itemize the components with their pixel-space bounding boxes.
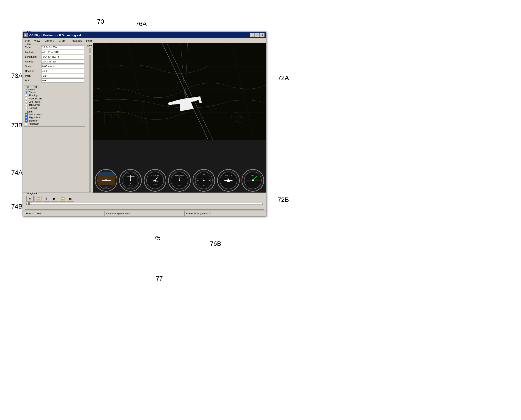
title-bar: ■ GS Flight Evaluator - ILS Landing.avf … — [23, 32, 266, 38]
info-row-speed: Speed: 0.00 knots — [25, 64, 84, 68]
playback-slider[interactable] — [26, 203, 263, 205]
svg-text:VERT SPEED: VERT SPEED — [175, 175, 184, 176]
label-time: Time: — [25, 46, 41, 49]
vsi: VERT SPEED FPM — [168, 169, 191, 192]
annotation-74A: 74A — [11, 169, 23, 176]
status-speed-text: Playback Speed: x0.00 — [106, 212, 131, 215]
check-approach-label: Approach — [29, 122, 39, 125]
svg-text:S: S — [203, 184, 204, 187]
zoom-slider-track[interactable] — [89, 48, 91, 192]
radio-left-profile-input[interactable] — [25, 100, 28, 103]
annotation-77: 77 — [156, 275, 163, 282]
info-group: Info Time: 23:54:01.750 Latitude: 46° 50… — [24, 44, 85, 84]
window-title: GS Flight Evaluator - ILS Landing.avf — [29, 34, 81, 37]
radio-floating: Floating — [25, 94, 84, 97]
info-row-alt: Altitude: 2043.31 feet — [25, 60, 84, 64]
label-lat: Latitude: — [25, 51, 41, 53]
check-flightpath-input[interactable] — [25, 116, 28, 119]
radio-right-profile-label: Right Profile — [29, 97, 42, 100]
playback-group: Playback ⏮ ⏪ ⏸ ▶ ⏩ ⏭ — [25, 194, 264, 210]
items-group-label: Items — [26, 110, 33, 113]
skip-start-button[interactable]: ⏮ — [26, 196, 34, 202]
attitude-indicator: AI — [95, 169, 117, 192]
radio-right-profile: Right Profile — [25, 97, 84, 100]
check-satellite-input[interactable] — [25, 119, 28, 122]
info-row-lon: Longitude: -96° 49' 41.874" — [25, 55, 84, 59]
check-instruments-input[interactable] — [25, 113, 28, 116]
svg-point-64 — [252, 180, 254, 181]
main-window: ■ GS Flight Evaluator - ILS Landing.avf … — [23, 31, 266, 217]
info-row-lat: Latitude: 46° 50' 57.081" — [25, 50, 84, 54]
value-roll: 0.0° — [41, 78, 84, 82]
menu-bar: File View Camera Graph Playback Help — [23, 38, 266, 43]
annotation-76A: 76A — [135, 20, 147, 28]
check-flightpath: Flight Path — [25, 116, 84, 119]
content-wrapper: Info Time: 23:54:01.750 Latitude: 46° 50… — [23, 43, 266, 210]
playback-area: Playback ⏮ ⏪ ⏸ ▶ ⏩ ⏭ — [23, 193, 266, 210]
check-instruments: Instruments — [25, 113, 84, 116]
annotation-73A: 73A — [11, 72, 23, 79]
close-button[interactable]: X — [260, 33, 264, 37]
fast-forward-button[interactable]: ⏩ — [59, 196, 66, 202]
zoom-slider-thumb[interactable] — [88, 53, 91, 55]
menu-camera[interactable]: Camera — [43, 39, 55, 43]
title-bar-buttons: _ □ X — [250, 33, 264, 37]
annotation-76B: 76B — [210, 240, 221, 247]
playback-slider-thumb[interactable] — [28, 202, 30, 205]
zoom-label: Zoom — [86, 44, 93, 47]
radio-floating-input[interactable] — [25, 94, 28, 97]
radio-top-down-input[interactable] — [25, 104, 28, 106]
svg-point-39 — [154, 180, 156, 181]
radio-cockpit-input[interactable] — [25, 107, 28, 109]
play-button[interactable]: ▶ — [51, 196, 58, 202]
info-row-time: Time: 23:54:01.750 — [25, 45, 84, 49]
zoom-area: Zoom — [86, 43, 93, 193]
status-time-text: Time: 00:00.00 — [26, 212, 42, 215]
right-panel: Zoom — [86, 43, 266, 193]
annotation-70: 70 — [97, 18, 104, 25]
value-pitch: -0.5° — [41, 74, 84, 78]
check-satellite-label: Satellite — [29, 119, 38, 122]
svg-text:FEET: FEET — [153, 184, 157, 185]
radio-cockpit-label: Cockpit — [29, 107, 37, 109]
radio-chase-input[interactable] — [25, 91, 28, 94]
menu-view[interactable]: View — [33, 39, 41, 43]
svg-text:FPM: FPM — [178, 185, 181, 186]
svg-text:E: E — [209, 180, 210, 182]
value-lat: 46° 50' 57.081" — [41, 50, 84, 54]
label-alt: Altitude: — [25, 60, 41, 63]
check-flightpath-label: Flight Path — [29, 116, 41, 119]
svg-point-43 — [179, 180, 180, 181]
main-content: Info Time: 23:54:01.750 Latitude: 46° 50… — [23, 43, 266, 193]
check-satellite: Satellite — [25, 119, 84, 122]
svg-text:0: 0 — [130, 181, 131, 184]
check-approach-input[interactable] — [25, 122, 28, 125]
label-lon: Longitude: — [25, 55, 41, 58]
menu-help[interactable]: Help — [85, 39, 93, 43]
playback-group-label: Playback — [27, 192, 38, 195]
svg-text:KNOTS: KNOTS — [128, 185, 133, 186]
turn-coordinator: TURN COORD — [217, 169, 240, 192]
skip-end-button[interactable]: ⏭ — [67, 196, 74, 202]
pause-button[interactable]: ⏸ — [43, 196, 50, 202]
menu-graph[interactable]: Graph — [57, 39, 68, 43]
radio-right-profile-input[interactable] — [25, 97, 28, 100]
annotation-72A: 72A — [278, 75, 289, 82]
check-approach: Approach — [25, 122, 84, 125]
annotation-73B: 73B — [11, 122, 23, 129]
radio-chase-label: Chase — [29, 91, 36, 94]
radio-left-profile: Left Profile — [25, 100, 84, 103]
minimize-button[interactable]: _ — [250, 33, 255, 37]
radio-floating-label: Floating — [29, 94, 38, 97]
rewind-button[interactable]: ⏪ — [35, 196, 42, 202]
menu-playback[interactable]: Playback — [69, 39, 83, 43]
value-heading: 46.1° — [41, 69, 84, 73]
menu-file[interactable]: File — [24, 39, 31, 43]
label-speed: Speed: — [25, 65, 41, 68]
value-speed: 0.00 knots — [41, 64, 84, 68]
label-roll: Roll: — [25, 79, 41, 82]
maximize-button[interactable]: □ — [255, 33, 260, 37]
heading-indicator: N S W E — [193, 169, 215, 192]
instruments-strip: AI AIRSPEED 0 KNOTS — [93, 168, 266, 193]
zoom-plus[interactable]: + — [40, 85, 42, 89]
